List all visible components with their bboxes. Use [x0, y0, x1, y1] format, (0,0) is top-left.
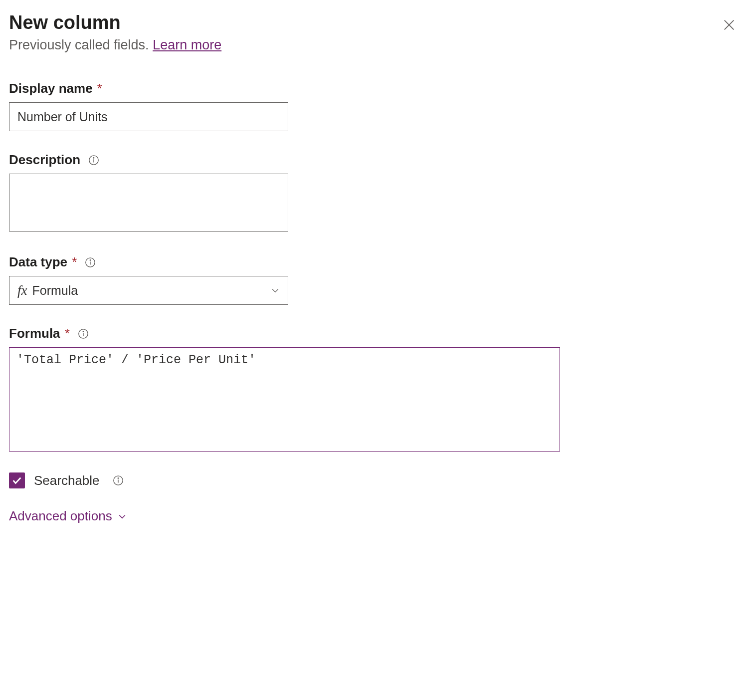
advanced-options-toggle[interactable]: Advanced options: [9, 508, 744, 524]
fx-icon: fx: [17, 283, 27, 298]
close-icon: [722, 18, 736, 32]
required-asterisk: *: [94, 81, 102, 96]
description-input[interactable]: [9, 174, 288, 232]
formula-group: Formula * 'Total Price' / 'Price Per Uni…: [9, 326, 744, 454]
display-name-label: Display name *: [9, 81, 744, 96]
subtitle: Previously called fields. Learn more: [9, 37, 221, 53]
display-name-group: Display name *: [9, 81, 744, 131]
searchable-checkbox-row: Searchable: [9, 472, 744, 488]
description-label: Description: [9, 152, 744, 168]
learn-more-link[interactable]: Learn more: [153, 37, 221, 52]
svg-point-13: [118, 478, 118, 478]
info-icon[interactable]: [78, 328, 89, 339]
subtitle-prefix: Previously called fields.: [9, 37, 153, 52]
chevron-down-icon: [270, 285, 280, 295]
svg-point-4: [93, 157, 94, 158]
searchable-label: Searchable: [34, 473, 100, 488]
chevron-down-icon: [117, 511, 127, 521]
required-asterisk: *: [68, 254, 77, 269]
info-icon[interactable]: [88, 155, 99, 166]
page-title: New column: [9, 12, 221, 33]
info-icon[interactable]: [113, 475, 124, 486]
close-button[interactable]: [718, 14, 740, 37]
formula-label: Formula *: [9, 326, 744, 341]
data-type-value: Formula: [32, 283, 78, 298]
svg-point-10: [83, 331, 83, 331]
advanced-options-label: Advanced options: [9, 508, 112, 524]
required-asterisk: *: [61, 326, 70, 341]
data-type-group: Data type * fx Formula: [9, 254, 744, 305]
display-name-input[interactable]: [9, 102, 288, 131]
searchable-checkbox[interactable]: [9, 472, 25, 488]
checkmark-icon: [11, 475, 22, 486]
data-type-select[interactable]: fx Formula: [9, 276, 288, 305]
svg-point-7: [90, 259, 91, 260]
info-icon[interactable]: [85, 257, 96, 268]
description-group: Description: [9, 152, 744, 233]
formula-input[interactable]: 'Total Price' / 'Price Per Unit': [9, 347, 560, 452]
data-type-label: Data type *: [9, 254, 744, 270]
